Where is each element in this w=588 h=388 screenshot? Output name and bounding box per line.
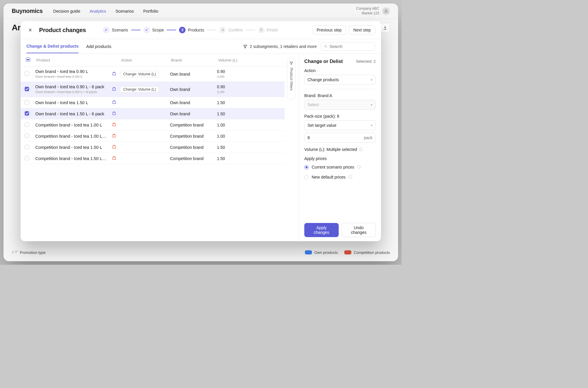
help-icon[interactable]: ⓘ	[348, 174, 352, 180]
brand-cell: Own brand	[170, 72, 217, 76]
product-table-area: Product Action Brand Volume (L) Own bran…	[21, 54, 299, 241]
row-checkbox[interactable]	[25, 111, 29, 116]
swatch-blue	[305, 250, 312, 254]
brand-cell: Own brand	[170, 100, 217, 105]
help-icon[interactable]: ⓘ	[357, 164, 361, 170]
step-scope[interactable]: ✓Scope	[143, 27, 164, 33]
step-label: Scenario	[112, 28, 128, 32]
logo: Buynomics	[12, 8, 43, 14]
table-row[interactable]: Own brand - Iced tea 0.90 LOwn brand - I…	[21, 66, 285, 82]
filter-summary[interactable]: 2 subsegments, 1 retailers and more	[243, 44, 317, 49]
select-all-checkbox[interactable]	[26, 57, 30, 62]
tab-change-delist[interactable]: Change & Delist products	[26, 40, 78, 53]
nav-scenarios[interactable]: Scenarios	[116, 9, 134, 14]
product-name: Competition brand - Iced tea 1.00 L…	[35, 134, 112, 139]
shopping-bag-icon	[112, 111, 116, 116]
row-checkbox[interactable]	[25, 71, 29, 76]
step-connector	[207, 30, 216, 30]
search-input[interactable]	[329, 44, 372, 49]
action-select[interactable]: Change products ▾	[304, 75, 376, 85]
action-pill: Change: Volume (L)	[120, 86, 159, 93]
nav-analytics[interactable]: Analytics	[90, 9, 106, 14]
side-panel: Change or Delist Selected: 2 Action Chan…	[299, 54, 381, 241]
volume-value: 0.90	[217, 84, 280, 89]
step-connector	[246, 30, 255, 30]
step-products[interactable]: 3Products	[179, 27, 204, 33]
brand-select[interactable]: Select ▾	[304, 100, 376, 110]
bg-legend: T⊤ Promotion type Own products Competiti…	[4, 250, 398, 255]
nav-decision-guide[interactable]: Decision guide	[53, 9, 80, 14]
avatar[interactable]	[382, 7, 390, 15]
table-row[interactable]: Competition brand - Iced tea 1.00 L…Comp…	[21, 131, 285, 142]
product-name: Competition brand - Iced tea 1.00 L	[35, 123, 112, 127]
step-connector	[131, 30, 141, 30]
apply-changes-button[interactable]: Apply changes	[304, 223, 339, 237]
undo-changes-button[interactable]: Undo changes	[342, 223, 376, 237]
table-row[interactable]: Own brand - Iced tea 0.90 L - 6 packOwn …	[21, 82, 285, 97]
step-scenario[interactable]: ✓Scenario	[103, 27, 128, 33]
table-row[interactable]: Competition brand - Iced tea 1.50 L…Comp…	[21, 153, 285, 164]
row-checkbox[interactable]	[25, 134, 29, 138]
close-button[interactable]: ✕	[26, 26, 34, 34]
brand-cell: Competition brand	[170, 134, 217, 139]
product-table: Product Action Brand Volume (L) Own bran…	[21, 54, 285, 241]
search-icon	[324, 44, 328, 49]
col-brand: Brand	[170, 57, 217, 63]
side-title: Change or Delist Selected: 2	[304, 59, 376, 64]
table-row[interactable]: Competition brand - Iced tea 1.00 LCompe…	[21, 119, 285, 131]
main-nav: Decision guideAnalyticsScenariosPortfoli…	[53, 9, 158, 14]
help-icon[interactable]: ⓘ	[359, 147, 363, 152]
packsize-strategy-select[interactable]: Set target value ▾	[304, 120, 376, 130]
row-checkbox[interactable]	[25, 100, 29, 104]
row-checkbox[interactable]	[25, 156, 29, 160]
chevron-down-icon: ▾	[371, 124, 372, 127]
company-label: Company ABC	[356, 6, 379, 11]
filter-icon	[243, 44, 248, 49]
text-type-icon: T⊤	[12, 250, 17, 255]
volume-value: 1.00	[217, 134, 280, 139]
svg-point-0	[385, 9, 387, 11]
brand-label: Brand: Brand A	[304, 93, 376, 98]
table-row[interactable]: Own brand - Iced tea 1.50 L - 6 packOwn …	[21, 108, 285, 119]
modal-title: Product changes	[39, 27, 86, 34]
shopping-bag-icon	[112, 156, 116, 160]
tab-add-products[interactable]: Add products	[86, 40, 111, 53]
previous-step-button[interactable]: Previous step	[312, 25, 346, 35]
table-row[interactable]: Own brand - Iced tea 1.50 LOwn brand1.50	[21, 97, 285, 108]
row-checkbox[interactable]	[25, 87, 29, 91]
table-row[interactable]: Competition brand - Iced tea 1.50 LCompe…	[21, 142, 285, 153]
modal-header: ✕ Product changes ✓Scenario✓Scope3Produc…	[21, 21, 381, 39]
product-name: Competition brand - Iced tea 1.50 L	[35, 145, 112, 150]
brand-cell: Own brand	[170, 87, 217, 92]
stepper: ✓Scenario✓Scope3Products4Confirm5Finish	[103, 27, 278, 33]
next-step-button[interactable]: Next step	[349, 25, 375, 35]
selected-count: Selected: 2	[356, 59, 376, 64]
table-header: Product Action Brand Volume (L)	[21, 54, 285, 66]
brand-cell: Competition brand	[170, 123, 217, 127]
download-button[interactable]	[380, 23, 390, 32]
product-old-name: Own brand - Iced tea 1.00 L - 6 pack	[35, 90, 112, 94]
action-label: Action	[304, 68, 376, 73]
check-icon: ✓	[103, 27, 109, 33]
product-name: Own brand - Iced tea 1.50 L - 6 pack	[35, 111, 112, 116]
step-connector	[167, 30, 176, 30]
search-box[interactable]	[321, 42, 375, 51]
product-filters-toggle[interactable]: Product filters	[287, 58, 296, 99]
volume-label: Volume (L): Multiple selected	[304, 147, 357, 152]
radio-new-default-prices[interactable]: New default prices ⓘ	[304, 174, 376, 180]
col-product: Product	[35, 57, 112, 63]
shopping-bag-icon	[112, 100, 116, 104]
nav-portfolio[interactable]: Portfolio	[143, 9, 158, 14]
volume-value: 1.00	[217, 123, 280, 127]
volume-value: 1.50	[217, 111, 280, 116]
radio-current-prices[interactable]: Current scenario prices ⓘ	[304, 164, 376, 170]
check-icon: ✓	[143, 27, 150, 33]
brand-cell: Competition brand	[170, 145, 217, 150]
row-checkbox[interactable]	[25, 122, 29, 127]
row-checkbox[interactable]	[25, 145, 29, 149]
packsize-value-input[interactable]: 8 pack	[304, 133, 376, 143]
step-label: Scope	[152, 28, 164, 32]
step-number: 3	[179, 27, 186, 33]
shopping-bag-icon	[112, 144, 116, 149]
product-filters-label: Product filters	[289, 68, 293, 91]
